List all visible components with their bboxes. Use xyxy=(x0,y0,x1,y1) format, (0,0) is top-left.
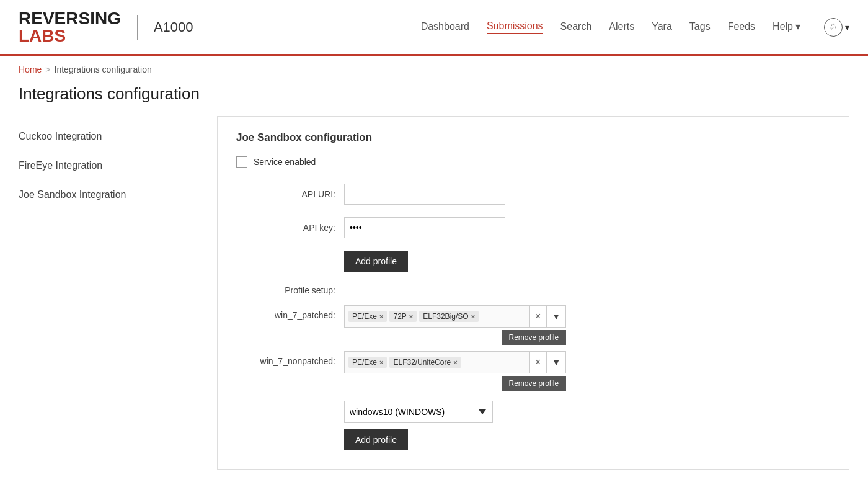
profile-setup-label: Profile setup: xyxy=(236,284,335,295)
main-layout: Cuckoo Integration FireEye Integration J… xyxy=(0,116,868,470)
chevron-down-icon: ▾ xyxy=(795,20,800,32)
dropdown-win7patched[interactable]: ▼ xyxy=(546,305,566,328)
clear-tags-win7patched[interactable]: × xyxy=(530,305,546,328)
breadcrumb: Home > Integrations configuration xyxy=(0,56,868,78)
profile-row-win7patched: win_7_patched: PE/Exe × 72P × ELF32Big xyxy=(236,305,830,345)
profile-setup-row: Profile setup: xyxy=(236,284,830,295)
main-nav: Dashboard Submissions Search Alerts Yara… xyxy=(421,18,849,37)
new-profile-dropdown[interactable]: windows10 (WINDOWS) windows7 (WINDOWS) l… xyxy=(344,401,493,423)
api-key-input[interactable] xyxy=(344,217,505,238)
tag-pe-exe-2: PE/Exe × xyxy=(348,357,387,368)
nav-feeds[interactable]: Feeds xyxy=(728,21,755,34)
breadcrumb-separator: > xyxy=(45,65,50,74)
tag-elf32: ELF32Big/SO × xyxy=(419,311,479,322)
add-new-profile-row: windows10 (WINDOWS) windows7 (WINDOWS) l… xyxy=(344,401,830,423)
profile-right-win7nonpatched: PE/Exe × ELF32/UniteCore × × ▼ Remove pr… xyxy=(344,351,566,391)
nav-help[interactable]: Help ▾ xyxy=(773,20,800,34)
api-key-row: API key: xyxy=(236,217,830,238)
profile-row-win7nonpatched: win_7_nonpatched: PE/Exe × ELF32/UniteCo… xyxy=(236,351,830,391)
remove-profile-win7patched[interactable]: Remove profile xyxy=(502,330,567,345)
nav-submissions[interactable]: Submissions xyxy=(487,20,543,34)
nav-yara[interactable]: Yara xyxy=(652,21,672,34)
user-avatar-icon: ♘ xyxy=(824,18,843,37)
logo-divider xyxy=(137,15,138,40)
user-menu[interactable]: ♘ ▾ xyxy=(824,18,849,37)
tag-remove-elf32-unitecore[interactable]: × xyxy=(453,359,457,366)
service-enabled-checkbox[interactable] xyxy=(236,156,247,168)
sidebar: Cuckoo Integration FireEye Integration J… xyxy=(19,116,217,470)
nav-alerts[interactable]: Alerts xyxy=(609,21,634,34)
tag-input-win7nonpatched[interactable]: PE/Exe × ELF32/UniteCore × xyxy=(344,351,530,373)
profile-name-win7nonpatched: win_7_nonpatched: xyxy=(236,351,335,366)
logo-labs: LABS xyxy=(19,27,121,45)
nav-tags[interactable]: Tags xyxy=(689,21,711,34)
logo-reversing: REVERSING xyxy=(19,9,121,28)
remove-profile-win7nonpatched[interactable]: Remove profile xyxy=(502,376,567,391)
tag-remove-elf32[interactable]: × xyxy=(471,313,475,320)
tag-72p: 72P × xyxy=(389,311,417,322)
tag-remove-pe-exe-2[interactable]: × xyxy=(379,359,383,366)
api-uri-label: API URI: xyxy=(236,189,335,199)
tag-remove-pe-exe-1[interactable]: × xyxy=(379,313,383,320)
logo: REVERSING LABS xyxy=(19,10,121,45)
add-profile-button-2[interactable]: Add profile xyxy=(344,429,408,450)
product-name: A1000 xyxy=(154,19,193,35)
header: REVERSING LABS A1000 Dashboard Submissio… xyxy=(0,0,868,56)
api-uri-row: API URI: xyxy=(236,184,830,205)
tag-input-win7patched[interactable]: PE/Exe × 72P × ELF32Big/SO × xyxy=(344,305,530,328)
user-chevron-icon: ▾ xyxy=(845,22,849,32)
profile-right-win7patched: PE/Exe × 72P × ELF32Big/SO × × ▼ xyxy=(344,305,566,345)
tag-pe-exe-1: PE/Exe × xyxy=(348,311,387,322)
service-enabled-row: Service enabled xyxy=(236,156,830,168)
sidebar-item-cuckoo[interactable]: Cuckoo Integration xyxy=(19,122,217,151)
breadcrumb-home[interactable]: Home xyxy=(19,65,42,74)
service-enabled-label: Service enabled xyxy=(254,157,316,167)
tag-elf32-unitecore: ELF32/UniteCore × xyxy=(389,357,461,368)
logo-area: REVERSING LABS A1000 xyxy=(19,10,193,45)
nav-search[interactable]: Search xyxy=(560,21,592,34)
add-profile-button-1[interactable]: Add profile xyxy=(344,251,408,272)
breadcrumb-current: Integrations configuration xyxy=(55,65,152,74)
clear-tags-win7nonpatched[interactable]: × xyxy=(530,351,546,373)
content-panel: Joe Sandbox configuration Service enable… xyxy=(217,116,849,470)
add-profile-row-1: Add profile xyxy=(236,251,830,272)
nav-dashboard[interactable]: Dashboard xyxy=(421,21,469,34)
tag-remove-72p[interactable]: × xyxy=(409,313,413,320)
sidebar-item-fireeye[interactable]: FireEye Integration xyxy=(19,151,217,181)
profile-dropdown-wrapper: windows10 (WINDOWS) windows7 (WINDOWS) l… xyxy=(344,401,493,423)
dropdown-win7nonpatched[interactable]: ▼ xyxy=(546,351,566,373)
profile-name-win7patched: win_7_patched: xyxy=(236,305,335,320)
sidebar-item-joe-sandbox[interactable]: Joe Sandbox Integration xyxy=(19,181,217,210)
page-title: Integrations configuration xyxy=(0,78,868,116)
api-uri-input[interactable] xyxy=(344,184,505,205)
section-title: Joe Sandbox configuration xyxy=(236,132,830,144)
api-key-label: API key: xyxy=(236,223,335,233)
